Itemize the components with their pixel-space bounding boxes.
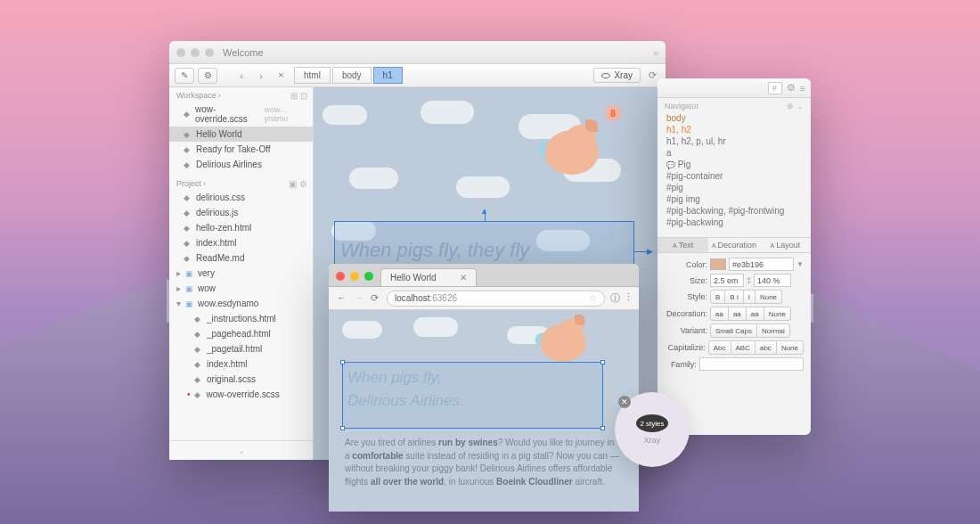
workspace-item[interactable]: ◆Ready for Take-Off bbox=[169, 142, 313, 157]
editor-titlebar[interactable]: Welcome » bbox=[169, 41, 666, 64]
filter-icon[interactable]: ≡ bbox=[800, 83, 805, 94]
back-button[interactable]: ← bbox=[334, 292, 349, 304]
close-path-button[interactable]: ✕ bbox=[273, 68, 289, 84]
browser-window: Hello World ✕ ← → ⟳ localhost:63626 ☆ ⓘ … bbox=[329, 264, 639, 510]
crumb-h1[interactable]: h1 bbox=[373, 67, 403, 84]
line-height-input[interactable]: 140 % bbox=[754, 274, 791, 287]
color-swatch[interactable] bbox=[710, 258, 726, 270]
minimize-icon[interactable] bbox=[350, 272, 359, 281]
project-item[interactable]: ◆_instructions.html bbox=[169, 311, 313, 326]
project-item[interactable]: ◆delirious.js bbox=[169, 205, 313, 220]
font-size-input[interactable]: 2.5 em bbox=[710, 274, 744, 287]
font-family-input[interactable] bbox=[699, 357, 804, 371]
zoom-icon[interactable] bbox=[364, 272, 373, 281]
css-rule[interactable]: h1, h2 bbox=[665, 124, 804, 135]
workspace-item[interactable]: ◆Hello World bbox=[169, 127, 313, 142]
project-item[interactable]: ▸▣very bbox=[169, 266, 313, 281]
project-item[interactable]: ▸▣wow bbox=[169, 281, 313, 296]
info-icon[interactable]: ⓘ bbox=[610, 291, 620, 305]
zoom-icon[interactable] bbox=[205, 48, 214, 57]
address-bar: ← → ⟳ localhost:63626 ☆ ⓘ ⋮ bbox=[329, 287, 639, 310]
inspector-header: # ⚙ ≡ bbox=[657, 78, 811, 98]
filter-icon[interactable]: ⌄ bbox=[796, 102, 804, 111]
close-icon[interactable]: ✕ bbox=[618, 396, 631, 408]
minimize-icon[interactable] bbox=[191, 48, 200, 57]
menu-icon[interactable]: ⋮ bbox=[624, 291, 633, 305]
css-rule[interactable]: 💬 Pig bbox=[665, 159, 804, 170]
project-item[interactable]: ▾▣wow.esdynamo bbox=[169, 296, 313, 311]
style-buttons[interactable]: BB iINone bbox=[710, 290, 782, 304]
css-rule[interactable]: #pig img bbox=[665, 193, 804, 205]
url-input[interactable]: localhost:63626 ☆ bbox=[387, 291, 605, 307]
canvas-headline: When pigs fly, they fly bbox=[340, 239, 529, 262]
window-title: Welcome bbox=[223, 47, 264, 58]
project-item[interactable]: ◆delirious.css bbox=[169, 190, 313, 205]
css-rule[interactable]: #pig-backwing bbox=[665, 217, 804, 228]
css-tool-button[interactable]: ✎ bbox=[175, 68, 194, 84]
star-icon[interactable]: ☆ bbox=[589, 293, 597, 303]
eye-icon: 2 styles bbox=[636, 414, 668, 432]
crumb-body[interactable]: body bbox=[332, 67, 372, 84]
project-item[interactable]: •◆wow-override.scss bbox=[169, 387, 313, 402]
workspace-item[interactable]: ◆wow-override.scsswow…ynamo bbox=[169, 102, 313, 127]
xray-badge[interactable]: ✕ 2 styles Xray bbox=[615, 392, 690, 467]
css-rule[interactable]: h1, h2, p, ul, hr bbox=[665, 135, 804, 147]
toolbar-more-icon[interactable]: » bbox=[653, 47, 658, 58]
pig-illustration bbox=[532, 114, 612, 185]
project-item[interactable]: ◆index.html bbox=[169, 356, 313, 372]
project-heading[interactable]: Project ▣⚙ bbox=[169, 176, 313, 190]
capitalize-buttons[interactable]: AbcABCabcNone bbox=[708, 340, 804, 355]
close-icon[interactable] bbox=[176, 48, 185, 57]
css-rule[interactable]: a bbox=[665, 147, 804, 159]
gear-tool-button[interactable]: ⚙ bbox=[198, 68, 217, 84]
browser-viewport[interactable]: When pigs fly, Delirious Airlines. Are y… bbox=[329, 310, 639, 512]
editor-toolbar: ✎ ⚙ ‹ › ✕ html body h1 Xray ⟳ bbox=[169, 64, 666, 87]
decoration-buttons[interactable]: aaaaaaNone bbox=[710, 307, 791, 321]
tab-close-icon[interactable]: ✕ bbox=[460, 273, 467, 282]
css-rule[interactable]: #pig-backwing, #pig-frontwing bbox=[665, 205, 804, 217]
reload-button[interactable]: ⟳ bbox=[368, 292, 381, 304]
forward-button[interactable]: › bbox=[253, 68, 269, 84]
filter-button[interactable]: ⌄ bbox=[169, 440, 313, 460]
forward-button[interactable]: → bbox=[351, 292, 366, 304]
inspector-tab[interactable]: A Decoration bbox=[708, 238, 759, 252]
project-item[interactable]: ◆ReadMe.md bbox=[169, 250, 313, 266]
settings-icon[interactable]: ⚙ bbox=[787, 82, 796, 94]
browser-headline: When pigs fly, Delirious Airlines. bbox=[347, 366, 464, 412]
project-item[interactable]: ◆index.html bbox=[169, 235, 313, 250]
eye-icon bbox=[601, 73, 610, 78]
project-item[interactable]: ◆hello-zen.html bbox=[169, 220, 313, 235]
project-item[interactable]: ◆_pagetail.html bbox=[169, 341, 313, 356]
workspace-item[interactable]: ◆Delirious Airlines bbox=[169, 157, 313, 172]
css-rule[interactable]: #pig-container bbox=[665, 170, 804, 182]
project-item[interactable]: ◆_pagehead.html bbox=[169, 326, 313, 341]
color-input[interactable]: #e3b196 bbox=[729, 258, 794, 271]
project-sidebar: Workspace ⊞⊡ ◆wow-override.scsswow…ynamo… bbox=[169, 87, 314, 460]
css-rule[interactable]: body bbox=[665, 112, 804, 124]
badge: 8 bbox=[605, 105, 621, 121]
hash-toggle[interactable]: # bbox=[768, 82, 782, 94]
css-rule[interactable]: #pig bbox=[665, 182, 804, 193]
inspector-tab[interactable]: A Layout bbox=[760, 238, 811, 252]
back-button[interactable]: ‹ bbox=[233, 68, 249, 84]
crumb-html[interactable]: html bbox=[294, 67, 331, 84]
navigator-heading: Navigator ⊕⌄ bbox=[665, 102, 804, 111]
add-rule-icon[interactable]: ⊕ bbox=[787, 102, 794, 111]
project-item[interactable]: ◆original.scss bbox=[169, 372, 313, 387]
inspector-window: # ⚙ ≡ Navigator ⊕⌄ bodyh1, h2h1, h2, p, … bbox=[657, 78, 811, 435]
variant-buttons[interactable]: Small CapsNormal bbox=[710, 323, 790, 338]
inspector-tab[interactable]: A Text bbox=[657, 238, 708, 252]
xray-toggle[interactable]: Xray bbox=[593, 68, 641, 83]
browser-tab[interactable]: Hello World ✕ bbox=[380, 268, 477, 286]
breadcrumb: html body h1 bbox=[294, 67, 403, 84]
close-icon[interactable] bbox=[336, 272, 345, 281]
workspace-heading[interactable]: Workspace ⊞⊡ bbox=[169, 87, 313, 102]
body-copy: Are you tired of airlines run by swines?… bbox=[345, 437, 621, 488]
